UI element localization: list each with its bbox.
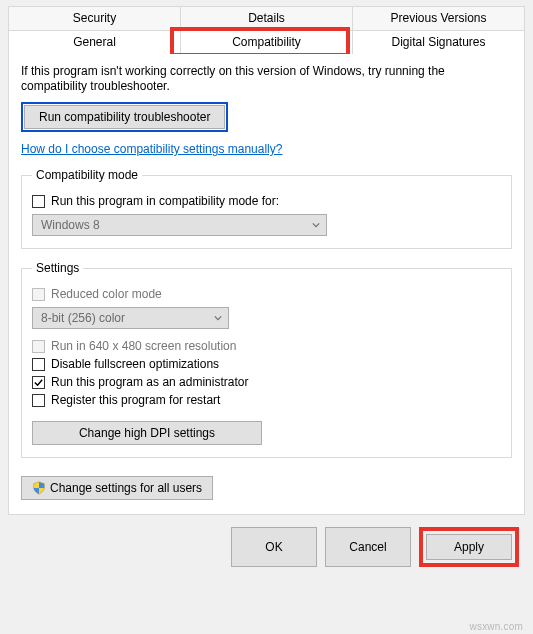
compat-mode-label: Run this program in compatibility mode f… — [51, 194, 279, 208]
tab-row-back: Security Details Previous Versions — [8, 6, 525, 30]
tab-details[interactable]: Details — [180, 6, 353, 30]
compat-mode-combo-value: Windows 8 — [41, 218, 100, 232]
register-restart-label: Register this program for restart — [51, 393, 220, 407]
disable-fullscreen-checkbox[interactable] — [32, 358, 45, 371]
compatibility-mode-group: Compatibility mode Run this program in c… — [21, 168, 512, 249]
watermark: wsxwn.com — [470, 621, 523, 632]
highlight-apply: Apply — [419, 527, 519, 567]
tab-row-front: General Compatibility Digital Signatures — [8, 30, 525, 54]
settings-group: Settings Reduced color mode 8-bit (256) … — [21, 261, 512, 458]
color-depth-value: 8-bit (256) color — [41, 311, 125, 325]
reduced-color-label: Reduced color mode — [51, 287, 162, 301]
dialog-footer: OK Cancel Apply — [0, 515, 533, 579]
tab-general[interactable]: General — [8, 30, 181, 54]
settings-legend: Settings — [32, 261, 83, 275]
register-restart-checkbox[interactable] — [32, 394, 45, 407]
tab-strip: Security Details Previous Versions Gener… — [8, 0, 525, 54]
tab-compatibility[interactable]: Compatibility — [180, 30, 353, 54]
run-admin-label: Run this program as an administrator — [51, 375, 248, 389]
tab-digital-signatures[interactable]: Digital Signatures — [352, 30, 525, 54]
color-depth-combo: 8-bit (256) color — [32, 307, 229, 329]
tab-security[interactable]: Security — [8, 6, 181, 30]
run-640-checkbox — [32, 340, 45, 353]
compatibility-mode-legend: Compatibility mode — [32, 168, 142, 182]
tab-content: If this program isn't working correctly … — [9, 54, 524, 514]
change-dpi-button[interactable]: Change high DPI settings — [32, 421, 262, 445]
ok-button[interactable]: OK — [231, 527, 317, 567]
cancel-button[interactable]: Cancel — [325, 527, 411, 567]
run-troubleshooter-button[interactable]: Run compatibility troubleshooter — [24, 105, 225, 129]
disable-fullscreen-label: Disable fullscreen optimizations — [51, 357, 219, 371]
run-admin-checkbox[interactable] — [32, 376, 45, 389]
compat-mode-combo[interactable]: Windows 8 — [32, 214, 327, 236]
highlight-run-troubleshooter: Run compatibility troubleshooter — [21, 102, 228, 132]
checkmark-icon — [33, 377, 44, 388]
compat-mode-checkbox[interactable] — [32, 195, 45, 208]
change-all-users-label: Change settings for all users — [50, 481, 202, 495]
shield-icon — [32, 481, 46, 495]
help-link[interactable]: How do I choose compatibility settings m… — [21, 142, 282, 156]
chevron-down-icon — [214, 314, 222, 322]
run-640-label: Run in 640 x 480 screen resolution — [51, 339, 236, 353]
intro-text: If this program isn't working correctly … — [21, 64, 512, 94]
property-sheet: If this program isn't working correctly … — [8, 54, 525, 515]
apply-button[interactable]: Apply — [426, 534, 512, 560]
change-all-users-button[interactable]: Change settings for all users — [21, 476, 213, 500]
reduced-color-checkbox — [32, 288, 45, 301]
chevron-down-icon — [312, 221, 320, 229]
tab-previous-versions[interactable]: Previous Versions — [352, 6, 525, 30]
